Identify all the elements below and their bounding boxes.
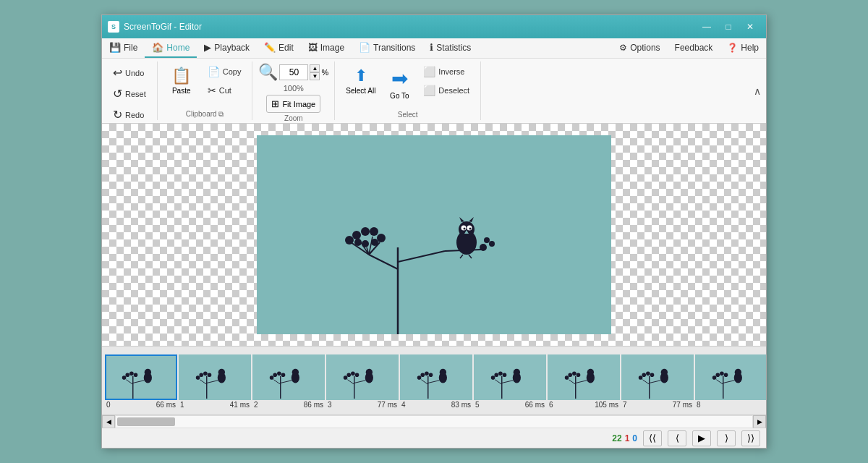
frame-item-0[interactable]: 066 ms bbox=[105, 354, 177, 409]
frame-delay-3: 77 ms bbox=[378, 401, 397, 409]
menu-file[interactable]: 💾 File bbox=[102, 38, 145, 58]
svg-point-51 bbox=[218, 369, 225, 375]
ribbon-group-action-stack: ↩ Undo ↺ Reset ↻ Redo Action Stack bbox=[102, 61, 158, 120]
frame-item-6[interactable]: 6105 ms bbox=[548, 354, 620, 409]
zoom-label: Zoom bbox=[258, 113, 328, 124]
svg-point-81 bbox=[440, 369, 446, 375]
statistics-icon: ℹ bbox=[430, 42, 433, 53]
nav-prev-button[interactable]: ⟨ bbox=[668, 430, 686, 446]
frame-index-1: 1 bbox=[180, 401, 184, 409]
scroll-track[interactable] bbox=[115, 415, 753, 428]
select-content: ⬆ Select All ➡ Go To ⬜ Inverse ⬜ De bbox=[341, 61, 475, 109]
svg-point-106 bbox=[642, 373, 646, 377]
select-all-button[interactable]: ⬆ Select All bbox=[341, 63, 380, 98]
menu-options-label: Options bbox=[630, 43, 660, 53]
deselect-button[interactable]: ⬜ Deselect bbox=[418, 82, 475, 99]
frame-item-4[interactable]: 483 ms bbox=[400, 354, 472, 409]
svg-point-37 bbox=[129, 372, 134, 376]
svg-point-67 bbox=[351, 372, 355, 376]
menu-playback[interactable]: ▶ Playback bbox=[197, 38, 257, 58]
menu-edit-label: Edit bbox=[278, 43, 294, 53]
ribbon: ↩ Undo ↺ Reset ↻ Redo Action Stack bbox=[102, 59, 766, 124]
svg-point-76 bbox=[420, 373, 425, 377]
image-icon: 🖼 bbox=[308, 42, 318, 53]
svg-rect-82 bbox=[476, 356, 544, 399]
redo-button[interactable]: ↻ Redo bbox=[108, 105, 151, 124]
ribbon-collapse-button[interactable]: ∧ bbox=[749, 82, 766, 100]
select-right-col: ⬜ Inverse ⬜ Deselect bbox=[418, 63, 475, 99]
menu-transitions-label: Transitions bbox=[373, 43, 415, 53]
fit-image-button[interactable]: ⊞ Fit Image bbox=[266, 95, 320, 113]
frame-thumb-3 bbox=[326, 354, 399, 400]
scroll-thumb[interactable] bbox=[117, 417, 175, 426]
svg-point-65 bbox=[344, 375, 348, 380]
menu-options[interactable]: ⚙ Options bbox=[612, 43, 667, 54]
svg-rect-0 bbox=[257, 135, 611, 334]
menu-statistics[interactable]: ℹ Statistics bbox=[422, 38, 478, 58]
svg-point-71 bbox=[366, 369, 373, 375]
inverse-button[interactable]: ⬜ Inverse bbox=[418, 63, 475, 80]
cut-button[interactable]: ✂ Cut bbox=[203, 82, 247, 99]
svg-point-117 bbox=[720, 372, 724, 376]
maximize-button[interactable]: □ bbox=[718, 19, 739, 35]
svg-point-11 bbox=[370, 227, 378, 236]
menu-edit[interactable]: ✏️ Edit bbox=[257, 38, 301, 58]
paste-icon: 📋 bbox=[171, 67, 191, 85]
scroll-right-button[interactable]: ▶ bbox=[753, 415, 766, 428]
clipboard-expand-icon[interactable]: ⧉ bbox=[218, 110, 224, 118]
frame-item-8[interactable]: 8 bbox=[695, 354, 766, 409]
svg-point-12 bbox=[377, 234, 386, 242]
frame-delay-7: 77 ms bbox=[673, 401, 692, 409]
svg-point-108 bbox=[650, 373, 655, 377]
frame-item-3[interactable]: 377 ms bbox=[326, 354, 399, 409]
scroll-left-button[interactable]: ◀ bbox=[102, 415, 115, 428]
nav-next-button[interactable]: ⟩ bbox=[717, 430, 736, 446]
frame-item-7[interactable]: 777 ms bbox=[621, 354, 694, 409]
svg-point-46 bbox=[199, 373, 203, 377]
menu-home[interactable]: 🏠 Home bbox=[145, 38, 197, 58]
svg-point-101 bbox=[587, 369, 594, 375]
zoom-up-button[interactable]: ▲ bbox=[310, 64, 320, 72]
frame-index-8: 8 bbox=[697, 401, 701, 409]
frame-thumb-2 bbox=[252, 354, 325, 400]
transitions-icon: 📄 bbox=[359, 42, 370, 53]
menu-image[interactable]: 🖼 Image bbox=[301, 38, 352, 58]
svg-point-13 bbox=[362, 240, 369, 247]
frame-delay-5: 66 ms bbox=[525, 401, 545, 409]
menu-feedback-label: Feedback bbox=[675, 43, 713, 53]
minimize-button[interactable]: — bbox=[697, 19, 717, 35]
close-button[interactable]: ✕ bbox=[740, 19, 760, 35]
svg-rect-52 bbox=[255, 356, 323, 399]
undo-col: ↩ Undo ↺ Reset ↻ Redo bbox=[108, 63, 151, 124]
svg-point-41 bbox=[145, 369, 151, 375]
frame-index-5: 5 bbox=[475, 401, 480, 409]
frame-item-1[interactable]: 141 ms bbox=[179, 354, 251, 409]
svg-point-68 bbox=[355, 373, 359, 377]
frame-item-2[interactable]: 286 ms bbox=[252, 354, 325, 409]
reset-button[interactable]: ↺ Reset bbox=[108, 84, 151, 103]
svg-point-10 bbox=[361, 227, 370, 236]
frame-item-5[interactable]: 566 ms bbox=[474, 354, 546, 409]
frame-index-7: 7 bbox=[623, 401, 627, 409]
menu-transitions[interactable]: 📄 Transitions bbox=[352, 38, 422, 58]
zoom-value-input[interactable] bbox=[279, 64, 308, 80]
svg-point-31 bbox=[484, 237, 490, 243]
svg-point-29 bbox=[480, 244, 487, 251]
menu-feedback[interactable]: Feedback bbox=[668, 43, 720, 54]
title-bar-left: S ScreenToGif - Editor bbox=[108, 21, 202, 33]
copy-button[interactable]: 📄 Copy bbox=[203, 63, 247, 80]
svg-point-116 bbox=[715, 373, 720, 377]
go-to-button[interactable]: ➡ Go To bbox=[383, 63, 415, 103]
file-icon: 💾 bbox=[109, 42, 121, 53]
frame-count-green: 22 bbox=[612, 433, 621, 443]
nav-last-button[interactable]: ⟩⟩ bbox=[741, 430, 760, 446]
nav-play-button[interactable]: ▶ bbox=[692, 430, 711, 446]
undo-button[interactable]: ↩ Undo bbox=[108, 63, 151, 82]
zoom-down-button[interactable]: ▼ bbox=[310, 72, 320, 80]
action-stack-content: ↩ Undo ↺ Reset ↻ Redo bbox=[108, 61, 151, 124]
nav-first-button[interactable]: ⟨⟨ bbox=[643, 430, 662, 446]
menu-help[interactable]: ❓ Help bbox=[720, 43, 766, 54]
svg-point-118 bbox=[724, 373, 728, 377]
svg-point-22 bbox=[464, 228, 466, 230]
paste-button[interactable]: 📋 Paste bbox=[163, 63, 200, 98]
